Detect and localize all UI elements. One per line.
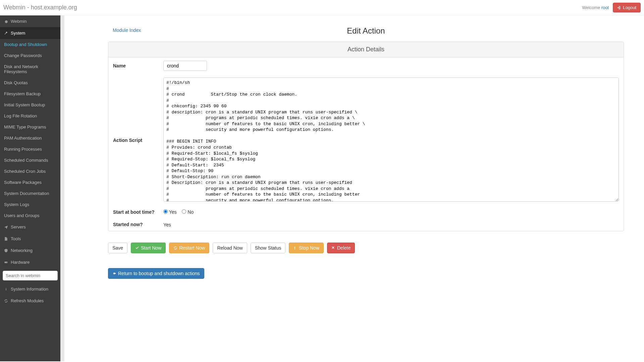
action-details-panel: Action Details Name Action Script Start … [108, 42, 624, 231]
user-link[interactable]: root [601, 5, 609, 10]
logout-icon [617, 6, 621, 10]
sidebar-cat-networking[interactable]: Networking [0, 245, 60, 256]
action-script-textarea[interactable] [163, 77, 619, 202]
sidebar-item-scheduled-commands[interactable]: Scheduled Commands [0, 155, 60, 166]
stop-now-button[interactable]: Stop Now [289, 243, 324, 253]
restart-now-button[interactable]: Restart Now [169, 243, 209, 253]
sidebar-item-pam-auth[interactable]: PAM Authentication [0, 133, 60, 144]
panel-title: Action Details [108, 42, 624, 57]
page-header: Module Index Edit Action [108, 22, 624, 42]
logout-button[interactable]: Logout [613, 3, 641, 12]
sidebar-search [0, 268, 60, 283]
hdd-icon [4, 260, 8, 264]
sidebar-item-disk-network-fs[interactable]: Disk and Network Filesystems [0, 61, 60, 77]
welcome-text: Welcome root [582, 5, 609, 10]
sidebar-item-change-passwords[interactable]: Change Passwords [0, 50, 60, 61]
sidebar-item-users-groups[interactable]: Users and Groups [0, 210, 60, 221]
topbar-right: Welcome root Logout [582, 3, 641, 12]
refresh-icon [173, 246, 177, 250]
svg-rect-3 [6, 289, 6, 290]
search-input[interactable] [3, 271, 58, 280]
page-title: Edit Action [108, 26, 624, 36]
arrow-left-icon [112, 271, 116, 275]
started-now-value: Yes [163, 221, 619, 227]
gear-icon [4, 19, 8, 23]
sidebar-item-system-docs[interactable]: System Documentation [0, 188, 60, 199]
app-title: Webmin - host.example.org [3, 4, 77, 11]
name-label: Name [113, 61, 163, 71]
action-buttons-row: Save Start Now Restart Now Reload Now Sh… [108, 238, 624, 258]
wrench-icon [4, 31, 8, 35]
sidebar-item-disk-quotas[interactable]: Disk Quotas [0, 77, 60, 88]
sidebar-item-log-rotation[interactable]: Log File Rotation [0, 110, 60, 121]
sidebar-item-running-processes[interactable]: Running Processes [0, 144, 60, 155]
file-icon [4, 237, 8, 241]
close-icon [331, 246, 335, 250]
sidebar-item-filesystem-backup[interactable]: Filesystem Backup [0, 88, 60, 99]
script-label: Action Script [113, 138, 163, 143]
sidebar-cat-servers[interactable]: Servers [0, 221, 60, 233]
svg-point-2 [6, 288, 6, 289]
info-icon [4, 287, 8, 291]
sidebar: Webmin System Bootup and Shutdown Change… [0, 15, 60, 361]
started-now-label: Started now? [113, 221, 163, 227]
svg-rect-5 [294, 249, 295, 249]
main-content: Module Index Edit Action Action Details … [64, 15, 644, 361]
sidebar-item-scheduled-cron[interactable]: Scheduled Cron Jobs [0, 166, 60, 177]
save-button[interactable]: Save [108, 243, 127, 253]
name-input[interactable] [163, 61, 207, 71]
delete-button[interactable]: Delete [327, 243, 355, 253]
module-index-link[interactable]: Module Index [113, 28, 141, 33]
sidebar-cat-webmin[interactable]: Webmin [0, 15, 60, 27]
start-now-button[interactable]: Start Now [131, 243, 166, 253]
show-status-button[interactable]: Show Status [251, 243, 286, 253]
svg-rect-4 [294, 247, 295, 248]
start-boot-label: Start at boot time? [113, 209, 163, 215]
sidebar-item-initial-bootup[interactable]: Initial System Bootup [0, 99, 60, 110]
sidebar-cat-tools[interactable]: Tools [0, 233, 60, 245]
sidebar-cat-hardware[interactable]: Hardware [0, 256, 60, 268]
refresh-icon [4, 299, 8, 303]
send-icon [4, 225, 8, 229]
sidebar-refresh-modules[interactable]: Refresh Modules [0, 295, 60, 307]
boot-yes-radio[interactable] [163, 209, 168, 214]
sidebar-item-system-logs[interactable]: System Logs [0, 199, 60, 210]
shield-icon [4, 249, 8, 253]
check-icon [135, 246, 139, 250]
boot-no-option[interactable]: No [182, 209, 194, 215]
topbar: Webmin - host.example.org Welcome root L… [0, 0, 644, 15]
return-link-button[interactable]: Return to bootup and shutdown actions [108, 268, 204, 279]
reload-now-button[interactable]: Reload Now [213, 243, 247, 253]
sidebar-item-software-packages[interactable]: Software Packages [0, 177, 60, 188]
sidebar-system-info[interactable]: System Information [0, 283, 60, 295]
boot-no-radio[interactable] [182, 209, 186, 214]
boot-yes-option[interactable]: Yes [163, 209, 176, 215]
exclaim-icon [293, 246, 297, 250]
sidebar-scrollbar[interactable] [60, 15, 64, 361]
sidebar-item-bootup-shutdown[interactable]: Bootup and Shutdown [0, 39, 60, 50]
sidebar-cat-system[interactable]: System [0, 27, 60, 39]
svg-point-1 [7, 262, 7, 263]
sidebar-item-mime-programs[interactable]: MIME Type Programs [0, 121, 60, 133]
